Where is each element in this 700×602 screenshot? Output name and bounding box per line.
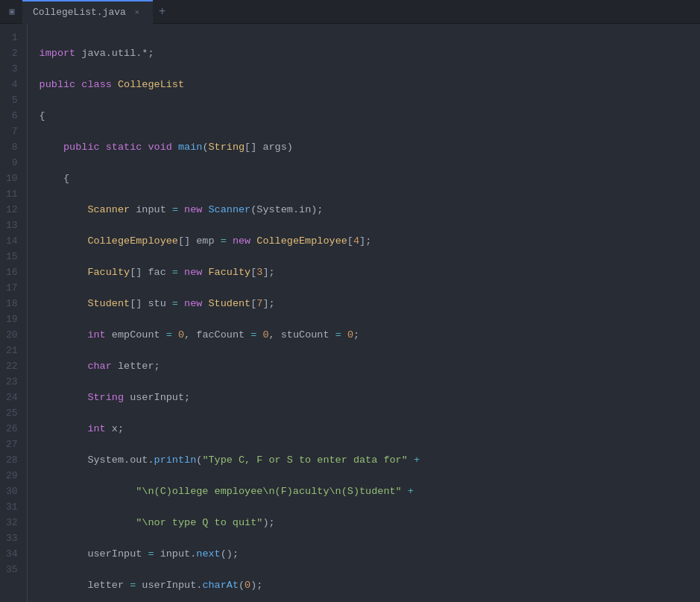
line-14: System.out.println("Type C, F or S to en… — [40, 452, 700, 468]
line-6: Scanner input = new Scanner(System.in); — [40, 202, 700, 218]
line-5: { — [40, 171, 700, 186]
line-13: int x; — [40, 421, 700, 437]
code-area[interactable]: import java.util.*; public class College… — [28, 24, 700, 602]
editor: 12345 678910 1112131415 1617181920 21222… — [0, 24, 700, 602]
line-2: public class CollegeList — [40, 77, 700, 92]
line-18: letter = userInput.charAt(0); — [40, 577, 700, 593]
line-1: import java.util.*; — [40, 45, 700, 61]
tab[interactable]: CollegeList.java × — [22, 0, 153, 24]
line-8: Faculty[] fac = new Faculty[3]; — [40, 264, 700, 280]
line-15: "\n(C)ollege employee\n(F)aculty\n(S)tud… — [40, 484, 700, 499]
line-4: public static void main(String[] args) — [40, 139, 700, 155]
window-icon: ▣ — [6, 6, 18, 18]
title-bar: ▣ CollegeList.java × + — [0, 0, 700, 24]
line-12: String userInput; — [40, 390, 700, 405]
tab-close-button[interactable]: × — [132, 7, 142, 18]
line-16: "\nor type Q to quit"); — [40, 515, 700, 530]
line-11: char letter; — [40, 358, 700, 374]
line-17: userInput = input.next(); — [40, 546, 700, 562]
line-9: Student[] stu = new Student[7]; — [40, 296, 700, 311]
line-numbers: 12345 678910 1112131415 1617181920 21222… — [0, 24, 28, 602]
line-10: int empCount = 0, facCount = 0, stuCount… — [40, 327, 700, 343]
line-7: CollegeEmployee[] emp = new CollegeEmplo… — [40, 233, 700, 249]
tab-filename: CollegeList.java — [33, 7, 126, 18]
new-tab-button[interactable]: + — [153, 5, 172, 19]
line-3: { — [40, 108, 700, 124]
